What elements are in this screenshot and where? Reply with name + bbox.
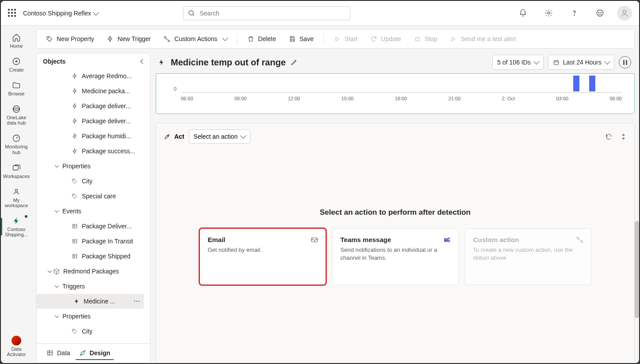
workspaces-icon xyxy=(11,163,21,172)
tree-item-label: Events xyxy=(62,208,81,215)
trigger-title: Medicine temp out of range xyxy=(171,57,286,68)
action-card-teams[interactable]: Teams message Send notifications to an i… xyxy=(332,228,459,285)
rail-workspaces[interactable]: Workspaces xyxy=(3,160,30,182)
tree-item[interactable]: Package deliver... xyxy=(37,114,144,129)
tree-item[interactable]: Package In Transit xyxy=(37,234,144,249)
svg-point-4 xyxy=(598,12,599,12)
tree-item[interactable]: Package Shipped xyxy=(37,249,144,264)
x-tick: 06:00 xyxy=(609,96,622,101)
edit-title-button[interactable] xyxy=(290,58,298,66)
tree-item-label: Triggers xyxy=(62,283,85,290)
tree-item[interactable]: Special care xyxy=(37,189,144,204)
tree-item[interactable]: Medicine ...··· xyxy=(37,294,144,309)
separator xyxy=(237,34,238,44)
test-alert-button: Send me a test alert xyxy=(444,32,521,46)
breadcrumb[interactable]: Contoso Shipping Reflex xyxy=(23,10,98,17)
tree-item[interactable]: City xyxy=(37,174,144,189)
custom-actions-button[interactable]: Custom Actions xyxy=(158,32,232,46)
search-input[interactable] xyxy=(199,9,345,17)
tree-item[interactable]: Medicine packa... xyxy=(37,83,144,99)
flow-small-icon xyxy=(576,236,584,244)
tree-item[interactable]: Package humidi... xyxy=(37,129,144,144)
act-tools xyxy=(605,133,627,140)
feedback-button[interactable] xyxy=(591,5,608,22)
save-button[interactable]: Save xyxy=(283,32,319,46)
rail-onelake[interactable]: OneLake data hub xyxy=(3,102,30,128)
new-property-button[interactable]: New Property xyxy=(40,32,100,46)
tree-group-header[interactable]: Triggers xyxy=(37,279,144,294)
rail-my-workspace[interactable]: My workspace xyxy=(3,184,30,211)
gear-icon xyxy=(544,9,553,17)
tree-item-label: Package Shipped xyxy=(82,253,130,260)
mail-icon xyxy=(310,236,318,244)
tree-group-header[interactable]: Properties xyxy=(37,159,144,174)
rail-home[interactable]: Home xyxy=(3,30,30,51)
editor-scrollbar[interactable] xyxy=(635,53,639,363)
new-trigger-button[interactable]: New Trigger xyxy=(101,32,156,46)
tree-item[interactable]: Package deliver... xyxy=(37,99,144,114)
card-desc: Send notifications to an individual or a… xyxy=(341,246,450,262)
tree-item-label: Package success... xyxy=(82,148,135,155)
tab-design[interactable]: Design xyxy=(76,347,114,360)
expander-icon[interactable] xyxy=(54,163,60,169)
rail-browse[interactable]: Browse xyxy=(3,78,30,99)
user-avatar[interactable] xyxy=(617,6,632,21)
x-axis-ticks: 06:0009:0012:0015:0018:0021:002. Oct03:0… xyxy=(181,96,622,101)
rail-data-activator[interactable]: Data Activator xyxy=(3,333,30,360)
tree-item-label: Package deliver... xyxy=(82,102,131,110)
editor-title-row: Medicine temp out of range 5 of 106 IDs … xyxy=(156,53,635,70)
expander-icon[interactable] xyxy=(46,268,53,274)
tree-item[interactable]: Average Redmo... xyxy=(37,68,144,83)
objects-tree[interactable]: Average Redmo...Medicine packa...Package… xyxy=(37,68,150,343)
svg-point-11 xyxy=(15,189,17,191)
notifications-button[interactable] xyxy=(514,5,531,22)
tree-item[interactable]: Package success... xyxy=(37,144,144,159)
action-card-email[interactable]: Email Get notified by email. xyxy=(199,228,326,285)
act-section-label: Act xyxy=(163,133,184,140)
onelake-icon xyxy=(12,105,21,114)
settings-button[interactable] xyxy=(540,5,557,22)
expander-icon[interactable] xyxy=(54,208,60,214)
svg-rect-18 xyxy=(73,224,77,228)
y-axis-zero: 0 xyxy=(174,86,176,91)
expander-icon[interactable] xyxy=(54,313,60,319)
delete-button[interactable]: Delete xyxy=(242,32,281,46)
ids-filter-pill[interactable]: 5 of 106 IDs xyxy=(492,55,544,70)
tree-group-header[interactable]: Events xyxy=(37,204,144,219)
smiley-icon xyxy=(596,9,604,17)
select-action-dropdown[interactable]: Select an action xyxy=(189,129,251,144)
rail-current-workspace[interactable]: Contoso Shipping... xyxy=(3,213,30,240)
trash-icon xyxy=(247,35,255,43)
svg-point-6 xyxy=(623,10,626,13)
card-desc: Get notified by email. xyxy=(208,246,318,254)
search-box[interactable] xyxy=(183,6,350,20)
more-options-icon[interactable]: ··· xyxy=(130,298,144,305)
bolt-filled-icon xyxy=(73,298,80,305)
pause-button[interactable] xyxy=(619,56,631,68)
tab-data[interactable]: Data xyxy=(43,347,74,360)
person-small-icon xyxy=(12,188,20,196)
bolt-icon xyxy=(71,148,78,155)
collapse-icon[interactable] xyxy=(620,133,627,140)
tree-item[interactable]: City xyxy=(37,324,144,339)
detection-chart: 0 06:0009:0012:0015:0018:0021:002. Oct03… xyxy=(156,73,635,114)
tree-group-header[interactable]: Properties xyxy=(37,309,144,324)
rail-monitoring[interactable]: Monitoring hub xyxy=(3,131,30,157)
tree-group-header[interactable]: Redmond Packages xyxy=(37,264,144,279)
undo-icon[interactable] xyxy=(605,133,613,140)
trigger-type-icon xyxy=(157,57,166,67)
help-button[interactable] xyxy=(566,5,583,22)
collapse-panel-icon[interactable] xyxy=(140,59,145,64)
expander-icon[interactable] xyxy=(54,283,60,289)
svg-point-3 xyxy=(597,10,603,16)
app-launcher-icon[interactable] xyxy=(8,9,17,18)
rail-create[interactable]: Create xyxy=(3,54,30,75)
monitoring-icon xyxy=(12,134,21,143)
chevron-down-icon xyxy=(240,133,246,139)
tree-item-label: Package In Transit xyxy=(82,238,133,245)
action-card-custom: Custom action To create a new custom act… xyxy=(465,228,591,285)
tree-item[interactable]: Package Deliver... xyxy=(37,219,144,234)
tag-icon xyxy=(71,193,78,200)
time-range-pill[interactable]: Last 24 Hours xyxy=(548,55,614,70)
bolt-icon xyxy=(71,118,78,125)
